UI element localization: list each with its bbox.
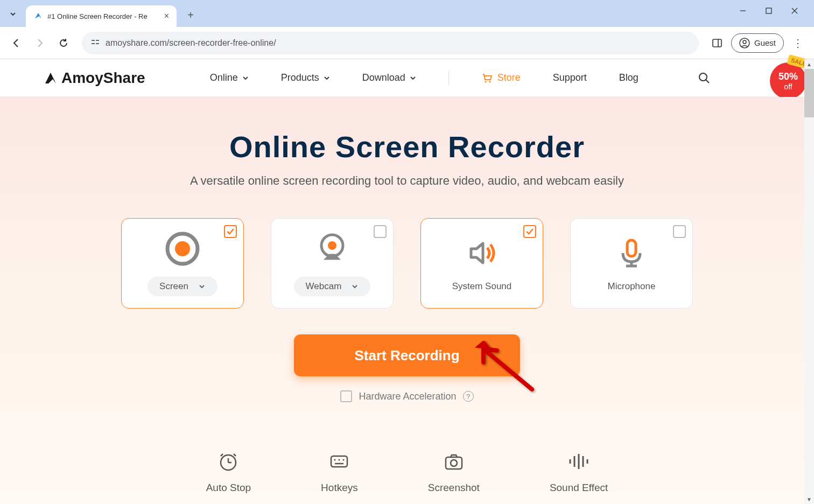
svg-point-15 — [175, 241, 190, 256]
hardware-acceleration-label: Hardware Acceleration — [359, 391, 456, 402]
maximize-button[interactable] — [756, 1, 782, 20]
sale-badge[interactable]: SALE 50% off — [770, 62, 810, 102]
card-system-sound[interactable]: System Sound — [420, 218, 543, 309]
hardware-acceleration-row: Hardware Acceleration ? — [0, 390, 814, 402]
svg-rect-5 — [96, 43, 99, 44]
svg-rect-4 — [92, 43, 95, 44]
svg-rect-29 — [446, 457, 462, 469]
svg-point-26 — [339, 459, 340, 461]
keyboard-icon — [328, 451, 350, 472]
scroll-down-arrow[interactable]: ▼ — [804, 494, 814, 504]
site-header: AmoyShare Online Products Download Store… — [0, 59, 814, 97]
svg-line-13 — [706, 80, 709, 83]
svg-point-12 — [699, 73, 707, 81]
brand-icon — [43, 71, 58, 86]
browser-menu-button[interactable]: ⋮ — [788, 33, 808, 53]
forward-button[interactable] — [30, 33, 50, 53]
side-panel-button[interactable] — [707, 33, 727, 53]
hardware-acceleration-checkbox[interactable] — [340, 390, 352, 402]
url-text: amoyshare.com/screen-recorder-free-onlin… — [106, 38, 276, 48]
site-settings-icon[interactable] — [90, 37, 100, 48]
chevron-down-icon — [351, 283, 359, 290]
chevron-down-icon — [198, 283, 206, 290]
svg-rect-2 — [92, 40, 95, 41]
svg-rect-18 — [627, 240, 636, 256]
reload-button[interactable] — [54, 33, 73, 53]
card-microphone[interactable]: Microphone — [570, 218, 693, 309]
svg-point-27 — [343, 459, 345, 461]
nav-support[interactable]: Support — [553, 72, 587, 83]
nav-menu: Online Products Download Store Support B… — [210, 71, 711, 85]
svg-point-30 — [451, 460, 457, 466]
screen-dropdown[interactable]: Screen — [148, 277, 217, 296]
microphone-label: Microphone — [608, 281, 656, 292]
svg-rect-1 — [766, 8, 771, 13]
page-title: Online Screen Recorder — [0, 129, 814, 164]
page-content: Online Screen Recorder A versatile onlin… — [0, 97, 814, 504]
nav-products[interactable]: Products — [281, 72, 330, 83]
cart-icon — [481, 72, 493, 84]
brand-text: AmoyShare — [61, 69, 145, 87]
page-subtitle: A versatile online screen recording tool… — [0, 174, 814, 188]
recording-options: Screen Webcam System Sound — [0, 218, 814, 309]
checkbox-system-sound[interactable] — [523, 225, 536, 238]
close-window-button[interactable] — [782, 1, 808, 20]
brand-logo[interactable]: AmoyShare — [43, 69, 145, 87]
user-icon — [739, 38, 750, 48]
browser-toolbar: amoyshare.com/screen-recorder-free-onlin… — [0, 27, 814, 59]
address-bar[interactable]: amoyshare.com/screen-recorder-free-onlin… — [82, 32, 699, 54]
feature-sound-effect[interactable]: Sound Effect — [550, 451, 608, 494]
browser-tab[interactable]: #1 Online Screen Recorder - Re × — [26, 5, 177, 27]
svg-rect-6 — [713, 39, 721, 47]
checkbox-screen[interactable] — [224, 225, 237, 238]
speaker-icon — [465, 235, 499, 271]
profile-button[interactable]: Guest — [731, 33, 784, 53]
features-row: Auto Stop Hotkeys Screenshot Sound Effec… — [0, 451, 814, 494]
svg-point-25 — [334, 459, 336, 461]
feature-hotkeys[interactable]: Hotkeys — [321, 451, 358, 494]
chevron-down-icon — [242, 75, 249, 81]
sale-off: off — [784, 82, 792, 91]
svg-point-9 — [743, 40, 746, 44]
nav-download[interactable]: Download — [362, 72, 416, 83]
nav-online[interactable]: Online — [210, 72, 249, 83]
soundwave-icon — [567, 451, 591, 472]
card-screen[interactable]: Screen — [121, 218, 244, 309]
tab-close-icon[interactable]: × — [164, 11, 169, 21]
help-icon[interactable]: ? — [463, 391, 474, 402]
checkbox-microphone[interactable] — [673, 225, 686, 238]
webcam-dropdown[interactable]: Webcam — [294, 277, 371, 296]
svg-rect-24 — [331, 456, 347, 467]
minimize-button[interactable] — [730, 1, 756, 20]
scroll-up-arrow[interactable]: ▲ — [804, 59, 814, 69]
chevron-down-icon — [410, 75, 416, 81]
search-button[interactable] — [698, 72, 711, 85]
nav-blog[interactable]: Blog — [619, 72, 638, 83]
svg-point-17 — [328, 241, 336, 250]
svg-point-11 — [489, 81, 490, 82]
card-webcam[interactable]: Webcam — [271, 218, 394, 309]
back-button[interactable] — [6, 33, 26, 53]
feature-screenshot[interactable]: Screenshot — [428, 451, 480, 494]
sale-percent: 50% — [778, 71, 798, 82]
microphone-icon — [614, 235, 649, 271]
system-sound-label: System Sound — [452, 281, 512, 292]
scroll-thumb[interactable] — [804, 69, 814, 117]
new-tab-button[interactable]: + — [182, 6, 199, 24]
window-controls — [730, 1, 814, 20]
favicon-icon — [33, 11, 43, 21]
feature-auto-stop[interactable]: Auto Stop — [206, 451, 251, 494]
checkbox-webcam[interactable] — [374, 225, 387, 238]
webcam-icon — [315, 230, 349, 267]
start-recording-button[interactable]: Start Recording — [294, 334, 520, 376]
clock-icon — [217, 451, 239, 472]
camera-icon — [443, 451, 465, 472]
record-icon — [164, 230, 201, 267]
browser-titlebar: #1 Online Screen Recorder - Re × + — [0, 0, 814, 27]
profile-label: Guest — [754, 38, 776, 47]
nav-store[interactable]: Store — [481, 72, 521, 84]
vertical-scrollbar[interactable]: ▲ ▼ — [804, 59, 814, 504]
search-icon — [698, 72, 711, 85]
svg-rect-3 — [96, 40, 99, 41]
tab-search-button[interactable] — [4, 5, 22, 23]
